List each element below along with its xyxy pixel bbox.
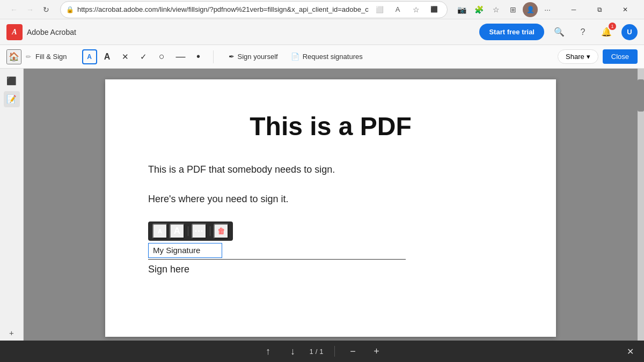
signature-input-container[interactable] bbox=[148, 243, 222, 258]
text-tool-small[interactable]: A bbox=[82, 49, 97, 64]
share-button[interactable]: Share ▾ bbox=[558, 49, 598, 64]
zoom-in-button[interactable]: + bbox=[369, 344, 384, 359]
site-info-icon[interactable]: ⬜ bbox=[372, 2, 387, 17]
text-tool-large[interactable]: A bbox=[99, 49, 115, 65]
address-input[interactable] bbox=[77, 5, 369, 13]
acrobat-logo-icon: A bbox=[6, 24, 23, 40]
font-larger-button[interactable]: A bbox=[170, 224, 185, 239]
more-options-popup-button[interactable]: ··· bbox=[192, 224, 207, 239]
text-formatting-popup: A A ··· 🗑 bbox=[148, 221, 233, 241]
sign-field-area: A A ··· 🗑 Sign here bbox=[148, 221, 513, 275]
notification-badge: 1 bbox=[609, 23, 616, 30]
help-button[interactable]: ? bbox=[574, 24, 591, 41]
font-smaller-button[interactable]: A bbox=[152, 224, 167, 239]
page-indicator: 1 / 1 bbox=[309, 348, 323, 356]
lock-icon: 🔒 bbox=[66, 6, 74, 13]
left-panel: ⬛ 📝 + bbox=[0, 69, 24, 341]
popup-separator-2 bbox=[210, 226, 210, 236]
browser-right-icons: 📷 🧩 ☆ ⊞ 👤 ··· bbox=[454, 2, 555, 17]
browser-titlebar: ← → ↻ 🔒 ⬜ A ☆ ⬛ 📷 🧩 ☆ ⊞ 👤 ··· ─ ⧉ ✕ bbox=[0, 0, 644, 19]
close-window-button[interactable]: ✕ bbox=[613, 0, 638, 19]
notification-wrapper: 🔔 1 bbox=[598, 24, 615, 41]
home-button[interactable]: 🏠 bbox=[6, 49, 21, 64]
right-scrollbar[interactable] bbox=[638, 69, 644, 341]
request-sig-label: Request signatures bbox=[303, 53, 363, 61]
page-separator: / bbox=[316, 348, 318, 356]
total-pages: 1 bbox=[319, 348, 323, 356]
circle-tool[interactable]: ○ bbox=[154, 49, 170, 65]
toolbar-separator bbox=[213, 50, 214, 63]
signature-line bbox=[148, 259, 406, 260]
share-chevron-icon: ▾ bbox=[587, 53, 590, 61]
sign-yourself-label: Sign yourself bbox=[238, 53, 278, 61]
request-sig-icon: 📄 bbox=[291, 53, 299, 61]
user-avatar[interactable]: U bbox=[621, 24, 638, 40]
sign-section: ✒ Sign yourself 📄 Request signatures bbox=[224, 50, 367, 63]
sidebar-pages-icon[interactable]: ⬛ bbox=[4, 73, 20, 89]
minimize-button[interactable]: ─ bbox=[561, 0, 586, 19]
share-label: Share bbox=[566, 53, 584, 61]
forward-button[interactable]: → bbox=[23, 2, 38, 17]
sign-yourself-button[interactable]: ✒ Sign yourself bbox=[224, 50, 282, 63]
star-icon[interactable]: ☆ bbox=[408, 2, 423, 17]
scrollbar-thumb bbox=[638, 79, 644, 112]
signature-input[interactable] bbox=[153, 246, 217, 255]
collections-icon[interactable]: ⬛ bbox=[427, 2, 442, 17]
bottom-toolbar: ↑ ↓ 1 / 1 − + ✕ bbox=[0, 341, 644, 362]
maximize-button[interactable]: ⧉ bbox=[587, 0, 612, 19]
pdf-page: This is a PDF This is a PDF that somebod… bbox=[105, 79, 556, 337]
start-free-trial-button[interactable]: Start free trial bbox=[479, 24, 544, 40]
check-tool[interactable]: ✓ bbox=[136, 49, 152, 65]
pdf-body-text-1: This is a PDF that somebody needs to sig… bbox=[148, 162, 513, 177]
favorites-icon[interactable]: ☆ bbox=[488, 2, 503, 17]
back-button[interactable]: ← bbox=[6, 2, 21, 17]
scroll-up-button[interactable]: ↑ bbox=[260, 343, 276, 359]
dot-tool[interactable]: • bbox=[191, 49, 207, 65]
bottom-separator bbox=[334, 346, 335, 357]
fillsign-toolbar: 🏠 ✏ Fill & Sign A A ✕ ✓ ○ — • ✒ Sign you… bbox=[0, 45, 644, 69]
bottom-close-button[interactable]: ✕ bbox=[623, 344, 638, 359]
pdf-title: This is a PDF bbox=[148, 112, 513, 141]
delete-field-button[interactable]: 🗑 bbox=[214, 224, 229, 239]
screenshot-icon[interactable]: 📷 bbox=[454, 2, 469, 17]
acrobat-logo: A Adobe Acrobat bbox=[6, 24, 76, 40]
extensions-icon[interactable]: 🧩 bbox=[471, 2, 486, 17]
browser-nav-buttons: ← → ↻ bbox=[6, 2, 54, 17]
sidebar-fillsign-icon[interactable]: 📝 bbox=[4, 91, 20, 107]
address-bar-container: 🔒 ⬜ A ☆ ⬛ bbox=[60, 1, 448, 18]
sign-yourself-icon: ✒ bbox=[229, 53, 235, 61]
zoom-out-button[interactable]: − bbox=[346, 344, 361, 359]
search-button[interactable]: 🔍 bbox=[551, 24, 568, 41]
cross-tool[interactable]: ✕ bbox=[118, 49, 134, 65]
logo-letter: A bbox=[12, 28, 17, 36]
popup-separator bbox=[188, 226, 188, 236]
acrobat-app-title: Adobe Acrobat bbox=[27, 28, 76, 36]
browser-profile-avatar[interactable]: 👤 bbox=[523, 2, 538, 17]
sidebar-add-icon[interactable]: + bbox=[4, 324, 20, 341]
acrobat-header: A Adobe Acrobat Start free trial 🔍 ? 🔔 1… bbox=[0, 19, 644, 45]
current-page: 1 bbox=[309, 348, 313, 356]
fillsign-tools: A A ✕ ✓ ○ — • bbox=[82, 49, 207, 65]
read-mode-icon[interactable]: A bbox=[390, 2, 405, 17]
main-area: ⬛ 📝 + This is a PDF This is a PDF that s… bbox=[0, 69, 644, 341]
more-options-icon[interactable]: ··· bbox=[540, 2, 555, 17]
line-tool[interactable]: — bbox=[172, 49, 188, 65]
pdf-body-text-2: Here's where you need to sign it. bbox=[148, 192, 513, 206]
scroll-down-button[interactable]: ↓ bbox=[284, 343, 301, 359]
fillsign-section-label: Fill & Sign bbox=[35, 53, 67, 61]
request-signatures-button[interactable]: 📄 Request signatures bbox=[287, 50, 367, 63]
refresh-button[interactable]: ↻ bbox=[39, 2, 54, 17]
breadcrumb-separator: ✏ bbox=[26, 53, 31, 61]
collections-icon2[interactable]: ⊞ bbox=[506, 2, 521, 17]
close-button[interactable]: Close bbox=[603, 49, 638, 64]
window-controls: ─ ⧉ ✕ bbox=[561, 0, 638, 19]
toolbar-right: Share ▾ Close bbox=[558, 49, 638, 64]
sign-here-label: Sign here bbox=[148, 264, 513, 275]
pdf-area: This is a PDF This is a PDF that somebod… bbox=[24, 69, 638, 341]
